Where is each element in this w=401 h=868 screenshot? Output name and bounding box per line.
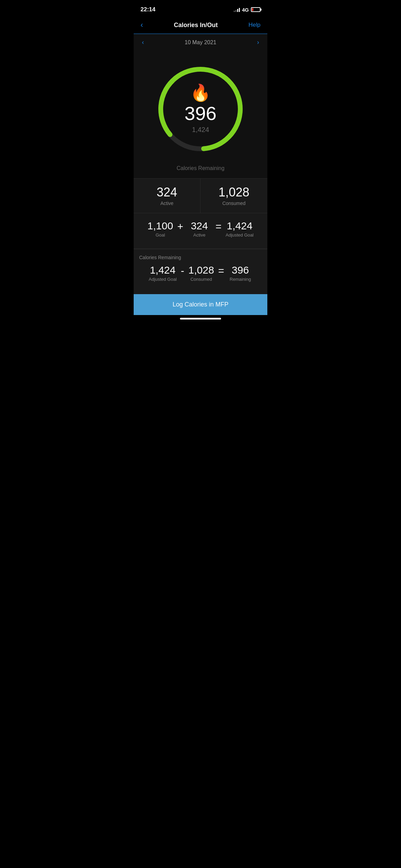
page-title: Calories In/Out bbox=[174, 22, 218, 29]
goal-value: 1,100 bbox=[147, 220, 173, 231]
consumed-label: Consumed bbox=[207, 201, 260, 206]
status-bar: 22:14 4G bbox=[134, 0, 267, 17]
battery-icon bbox=[251, 7, 260, 12]
equals-operator-2: = bbox=[218, 264, 224, 277]
formula1-section: 1,100 Goal + 324 Active = 1,424 Adjusted… bbox=[134, 213, 267, 249]
active-formula-cell: 324 Active bbox=[187, 220, 211, 238]
calorie-ring-chart: 🔥 396 1,424 bbox=[153, 61, 248, 157]
adjusted-goal-cell: 1,424 Adjusted Goal bbox=[226, 220, 254, 238]
home-bar bbox=[180, 318, 221, 320]
log-calories-button[interactable]: Log Calories in MFP bbox=[134, 294, 267, 315]
consumed-formula-cell: 1,028 Consumed bbox=[189, 264, 214, 282]
goal-label: Goal bbox=[147, 232, 173, 238]
active-label: Active bbox=[141, 201, 193, 206]
status-time: 22:14 bbox=[141, 6, 155, 13]
nav-bar: ‹ Calories In/Out Help bbox=[134, 17, 267, 34]
flame-icon: 🔥 bbox=[153, 85, 248, 101]
adjusted-goal-value: 1,424 bbox=[226, 220, 254, 231]
active-stat: 324 Active bbox=[134, 179, 200, 213]
adjusted-goal-label-2: Adjusted Goal bbox=[149, 277, 177, 282]
next-date-button[interactable]: › bbox=[257, 39, 259, 46]
formula2-section: Calories Remaining 1,424 Adjusted Goal -… bbox=[134, 249, 267, 294]
formula1-row: 1,100 Goal + 324 Active = 1,424 Adjusted… bbox=[139, 220, 262, 238]
signal-icon bbox=[234, 7, 240, 12]
adjusted-goal-value-2: 1,424 bbox=[149, 264, 177, 276]
active-formula-label: Active bbox=[187, 232, 211, 238]
active-formula-value: 324 bbox=[187, 220, 211, 231]
help-button[interactable]: Help bbox=[248, 22, 260, 28]
stats-grid: 324 Active 1,028 Consumed bbox=[134, 178, 267, 213]
back-button[interactable]: ‹ bbox=[141, 21, 143, 29]
remaining-label: Remaining bbox=[228, 277, 252, 282]
plus-operator: + bbox=[177, 220, 183, 232]
chart-section: 🔥 396 1,424 Calories Remaining bbox=[134, 51, 267, 178]
calories-sub-value: 1,424 bbox=[153, 126, 248, 134]
home-indicator bbox=[134, 315, 267, 326]
consumed-formula-value: 1,028 bbox=[189, 264, 214, 276]
calories-main-value: 396 bbox=[153, 104, 248, 123]
consumed-stat: 1,028 Consumed bbox=[200, 179, 267, 213]
formula2-row: 1,424 Adjusted Goal - 1,028 Consumed = 3… bbox=[139, 264, 262, 282]
circle-content: 🔥 396 1,424 bbox=[153, 85, 248, 134]
goal-cell: 1,100 Goal bbox=[147, 220, 173, 238]
status-icons: 4G bbox=[234, 7, 260, 13]
remaining-value: 396 bbox=[228, 264, 252, 276]
remaining-cell: 396 Remaining bbox=[228, 264, 252, 282]
minus-operator: - bbox=[181, 264, 184, 277]
network-label: 4G bbox=[242, 7, 249, 13]
adjusted-goal-label: Adjusted Goal bbox=[226, 232, 254, 238]
prev-date-button[interactable]: ‹ bbox=[142, 39, 144, 46]
consumed-value: 1,028 bbox=[207, 185, 260, 199]
equals-operator-1: = bbox=[216, 220, 222, 232]
formula2-section-title: Calories Remaining bbox=[139, 255, 262, 260]
date-label: 10 May 2021 bbox=[185, 39, 217, 46]
consumed-formula-label: Consumed bbox=[189, 277, 214, 282]
active-value: 324 bbox=[141, 185, 193, 199]
adjusted-goal-cell-2: 1,424 Adjusted Goal bbox=[149, 264, 177, 282]
